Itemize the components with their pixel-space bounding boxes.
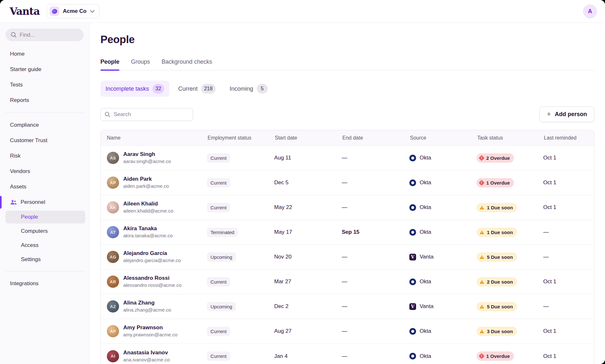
task-status-badge: 5 Due soon bbox=[477, 252, 517, 262]
employment-status-chip: Current bbox=[207, 153, 230, 163]
sidebar-item-assets[interactable]: Assets bbox=[0, 179, 89, 195]
table-row[interactable]: ATAkira Tanakaakira.tanaka@acme.coTermin… bbox=[101, 220, 594, 245]
source-cell: Okta bbox=[409, 229, 477, 236]
task-status-label: 3 Due soon bbox=[487, 329, 513, 334]
last-reminded: Oct 1 bbox=[543, 155, 594, 161]
due-soon-icon bbox=[479, 280, 484, 284]
sidebar-item-label: Personnel bbox=[21, 199, 45, 205]
chevron-down-icon bbox=[90, 10, 95, 13]
table-header-cell-end-date: End date bbox=[342, 135, 409, 141]
source-cell: Okta bbox=[409, 204, 477, 211]
table-row[interactable]: AKAileen Khalidaileen.khalid@acme.coCurr… bbox=[101, 195, 594, 220]
vanta-logo: Vanta bbox=[10, 5, 40, 17]
filter-count-badge: 5 bbox=[257, 84, 268, 94]
table-header-cell-source: Source bbox=[409, 135, 477, 141]
tab-people[interactable]: People bbox=[100, 59, 119, 70]
app-window: Vanta Acme Co A HomeStarter guideTestsRe… bbox=[0, 0, 605, 364]
task-status-label: 1 Overdue bbox=[486, 353, 510, 359]
sidebar-item-computers[interactable]: Computers bbox=[0, 224, 89, 238]
tab-groups[interactable]: Groups bbox=[131, 59, 150, 70]
last-reminded: Oct 1 bbox=[543, 204, 594, 211]
filter-incomplete-tasks[interactable]: Incomplete tasks32 bbox=[100, 81, 169, 97]
table-header-cell-name: Name bbox=[101, 135, 207, 141]
filter-label: Current bbox=[178, 86, 198, 92]
end-date: Sep 15 bbox=[342, 229, 409, 235]
table-row[interactable]: APAmy Prawnsonamy.prawnson@acme.coCurren… bbox=[101, 319, 594, 344]
table-header-cell-start-date: Start date bbox=[274, 135, 342, 141]
sidebar-item-label: Settings bbox=[21, 256, 41, 263]
filter-current[interactable]: Current218 bbox=[173, 81, 221, 97]
sidebar-item-settings[interactable]: Settings bbox=[0, 252, 89, 267]
name-cell: AKAileen Khalidaileen.khalid@acme.co bbox=[101, 200, 207, 214]
avatar: AP bbox=[107, 177, 119, 189]
start-date: Nov 20 bbox=[274, 254, 342, 260]
sidebar-item-tests[interactable]: Tests bbox=[0, 77, 89, 93]
table-header-cell-task-status: Task status bbox=[477, 135, 543, 141]
filter-incoming[interactable]: Incoming5 bbox=[225, 81, 273, 97]
task-status-cell: 1 Overdue bbox=[477, 351, 543, 361]
avatar: AS bbox=[107, 152, 119, 164]
sidebar-item-reports[interactable]: Reports bbox=[0, 93, 89, 108]
end-date: — bbox=[342, 204, 409, 211]
source-cell: VVanta bbox=[409, 254, 477, 260]
person-name: Alessandro Rossi bbox=[123, 275, 182, 282]
person-email: akira.tanaka@acme.co bbox=[123, 232, 173, 239]
start-date: Dec 5 bbox=[274, 179, 342, 186]
task-status-cell: 1 Overdue bbox=[477, 178, 543, 187]
search-input[interactable] bbox=[100, 108, 193, 121]
sidebar-item-personnel[interactable]: Personnel bbox=[0, 195, 89, 210]
source-label: Okta bbox=[420, 328, 431, 334]
name-cell: ATAkira Tanakaakira.tanaka@acme.co bbox=[101, 225, 207, 239]
table-row[interactable]: AGAlejandro Garcíaalejandro.garcia@acme.… bbox=[101, 245, 594, 269]
last-reminded: — bbox=[543, 303, 594, 310]
add-person-button[interactable]: + Add person bbox=[539, 106, 594, 122]
sidebar-item-people[interactable]: People bbox=[0, 210, 89, 224]
sidebar-item-integrations[interactable]: Integrations bbox=[0, 276, 89, 291]
overdue-icon bbox=[479, 155, 484, 161]
user-avatar[interactable]: A bbox=[583, 5, 597, 18]
task-status-cell: 5 Due soon bbox=[477, 302, 543, 311]
org-switcher[interactable]: Acme Co bbox=[47, 4, 99, 18]
last-reminded: Oct 1 bbox=[543, 179, 594, 186]
find-input[interactable] bbox=[5, 29, 84, 41]
add-person-label: Add person bbox=[555, 111, 587, 118]
employment-status-chip: Terminated bbox=[207, 228, 238, 237]
employment-status-cell: Current bbox=[207, 277, 274, 287]
employment-status-chip: Current bbox=[207, 351, 230, 361]
okta-icon bbox=[409, 179, 416, 186]
table-row[interactable]: ASAarav Singhaarav.singh@acme.coCurrentA… bbox=[101, 146, 594, 170]
source-label: Okta bbox=[420, 353, 431, 359]
avatar: AR bbox=[107, 276, 119, 288]
sidebar-item-customer-trust[interactable]: Customer Trust bbox=[0, 133, 89, 148]
table-row[interactable]: APAiden Parkaiden.park@acme.coCurrentDec… bbox=[101, 170, 594, 195]
sidebar-item-starter-guide[interactable]: Starter guide bbox=[0, 62, 89, 77]
employment-status-cell: Current bbox=[207, 178, 274, 187]
person-name: Anastasia Ivanov bbox=[123, 349, 170, 357]
sidebar-item-access[interactable]: Access bbox=[0, 238, 89, 252]
employment-status-cell: Current bbox=[207, 153, 274, 163]
source-label: Okta bbox=[420, 155, 431, 161]
avatar: AT bbox=[107, 226, 119, 238]
person-name: Amy Prawnson bbox=[123, 324, 177, 332]
end-date: — bbox=[342, 254, 409, 260]
source-cell: Okta bbox=[409, 353, 477, 359]
name-cell: AIAnastasia Ivanovana.ivanov@acme.co bbox=[101, 349, 207, 363]
due-soon-icon bbox=[479, 205, 484, 210]
sidebar-item-home[interactable]: Home bbox=[0, 46, 89, 62]
task-status-badge: 1 Due soon bbox=[477, 203, 517, 212]
sidebar-item-label: Tests bbox=[10, 82, 23, 88]
start-date: Mar 27 bbox=[274, 278, 342, 285]
source-cell: Okta bbox=[409, 328, 477, 335]
sidebar-item-compliance[interactable]: Compliance bbox=[0, 117, 89, 133]
employment-status-chip: Upcoming bbox=[207, 252, 236, 262]
tab-background-checks[interactable]: Background checks bbox=[162, 59, 212, 70]
person-name: Akira Tanaka bbox=[123, 225, 173, 232]
sidebar-item-risk[interactable]: Risk bbox=[0, 148, 89, 164]
table-row[interactable]: AIAnastasia Ivanovana.ivanov@acme.coCurr… bbox=[101, 344, 594, 364]
sidebar-item-vendors[interactable]: Vendors bbox=[0, 164, 89, 179]
table-row[interactable]: ARAlessandro Rossialessandro.rossi@acme.… bbox=[101, 269, 594, 294]
end-date: — bbox=[342, 353, 409, 359]
task-status-cell: 5 Due soon bbox=[477, 252, 543, 262]
table-row[interactable]: AZAlina Zhangalina.zhang@acme.coUpcoming… bbox=[101, 294, 594, 319]
okta-icon bbox=[409, 278, 416, 285]
